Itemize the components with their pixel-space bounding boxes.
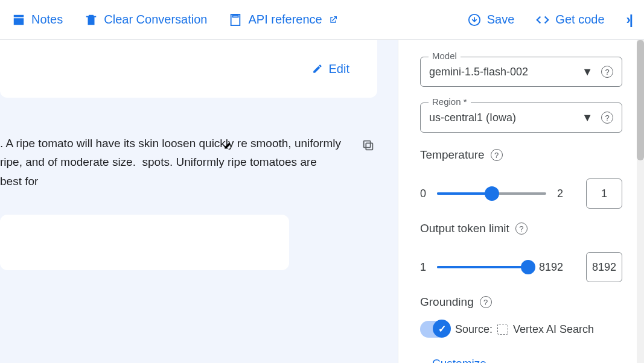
help-icon[interactable]: ? (491, 149, 503, 161)
output-token-section: Output token limit ? 1 8192 8192 (420, 222, 622, 282)
temperature-label-row: Temperature ? (420, 148, 622, 162)
bookmark-icon (229, 13, 242, 27)
output-token-value[interactable]: 8192 (586, 252, 622, 282)
source-value: Vertex AI Search (513, 323, 594, 336)
model-label: Model (429, 51, 461, 61)
api-reference-button[interactable]: API reference (229, 13, 337, 27)
get-code-button[interactable]: Get code (536, 13, 604, 27)
scrollbar-thumb[interactable] (637, 40, 644, 160)
model-select[interactable]: gemini-1.5-flash-002 ▼ ? (420, 57, 622, 87)
notes-icon (12, 13, 25, 27)
get-code-label: Get code (555, 13, 604, 27)
settings-sidebar: Model gemini-1.5-flash-002 ▼ ? Region * … (398, 40, 644, 363)
output-token-min: 1 (420, 261, 426, 274)
chevron-collapse-icon: ›| (626, 12, 632, 27)
help-icon[interactable]: ? (601, 66, 613, 78)
grounding-toggle[interactable]: ✓ (420, 321, 450, 338)
output-token-slider-row: 1 8192 8192 (420, 252, 622, 282)
temperature-value[interactable]: 1 (586, 178, 622, 209)
scrollbar[interactable] (637, 40, 644, 363)
edit-button[interactable]: Edit (312, 62, 349, 76)
temperature-min: 0 (420, 188, 426, 200)
notes-label: Notes (31, 13, 63, 27)
region-select[interactable]: us-central1 (Iowa) ▼ ? (420, 103, 622, 133)
conversation-content: Edit ⬋ . A ripe tomato will have its ski… (0, 40, 398, 363)
main-area: Edit ⬋ . A ripe tomato will have its ski… (0, 40, 644, 363)
notes-button[interactable]: Notes (12, 13, 63, 27)
temperature-slider-row: 0 2 1 (420, 178, 622, 209)
output-token-slider[interactable] (437, 266, 528, 268)
output-token-fill (437, 266, 528, 268)
code-icon (536, 13, 549, 27)
temperature-section: Temperature ? 0 2 1 (420, 148, 622, 209)
region-label: Region * (429, 96, 471, 107)
copy-button[interactable] (359, 136, 377, 156)
help-icon[interactable]: ? (515, 223, 528, 235)
temperature-max: 2 (557, 188, 563, 200)
save-button[interactable]: Save (468, 13, 515, 27)
source-label: Source: (455, 323, 493, 336)
region-select-field: Region * us-central1 (Iowa) ▼ ? (420, 103, 622, 133)
save-label: Save (487, 13, 515, 27)
grounding-label-row: Grounding ? (420, 295, 622, 309)
temperature-thumb[interactable] (485, 186, 499, 201)
top-toolbar: Notes Clear Conversation API reference S… (0, 0, 644, 40)
api-ref-label: API reference (248, 13, 322, 27)
chevron-down-icon: ▼ (582, 66, 593, 78)
trash-icon (84, 13, 98, 27)
clear-label: Clear Conversation (104, 13, 207, 27)
response-area: . A ripe tomato will have its skin loose… (0, 98, 398, 191)
temperature-label: Temperature (420, 148, 485, 162)
model-value: gemini-1.5-flash-002 (429, 66, 582, 78)
temperature-slider[interactable] (437, 192, 546, 195)
output-token-thumb[interactable] (521, 260, 535, 274)
help-icon[interactable]: ? (480, 296, 492, 308)
source-icon (497, 324, 508, 335)
grounding-row: ✓ Source: Vertex AI Search (420, 321, 622, 338)
grounding-section: Grounding ? ✓ Source: Vertex AI Search C… (420, 295, 622, 363)
response-text: . A ripe tomato will have its skin loose… (0, 134, 341, 191)
pencil-icon (312, 63, 323, 74)
save-icon (468, 13, 481, 27)
temperature-fill (437, 192, 491, 195)
collapse-panel-button[interactable]: ›| (626, 12, 632, 28)
help-icon[interactable]: ? (601, 112, 613, 124)
copy-icon (362, 139, 375, 152)
prompt-card: Edit (0, 40, 377, 98)
grounding-label: Grounding (420, 295, 474, 309)
check-icon: ✓ (438, 323, 446, 335)
region-value: us-central1 (Iowa) (429, 112, 582, 124)
svg-rect-2 (364, 141, 371, 148)
output-token-label: Output token limit (420, 222, 509, 235)
edit-label: Edit (329, 62, 349, 76)
model-select-field: Model gemini-1.5-flash-002 ▼ ? (420, 57, 622, 87)
toggle-knob: ✓ (433, 320, 451, 338)
chevron-down-icon: ▼ (582, 112, 593, 124)
external-link-icon (328, 15, 338, 25)
customize-button[interactable]: Customize (432, 357, 486, 363)
clear-conversation-button[interactable]: Clear Conversation (84, 13, 207, 27)
output-token-max: 8192 (539, 261, 563, 274)
output-token-label-row: Output token limit ? (420, 222, 622, 235)
svg-rect-1 (366, 143, 372, 150)
input-card[interactable] (0, 215, 289, 270)
